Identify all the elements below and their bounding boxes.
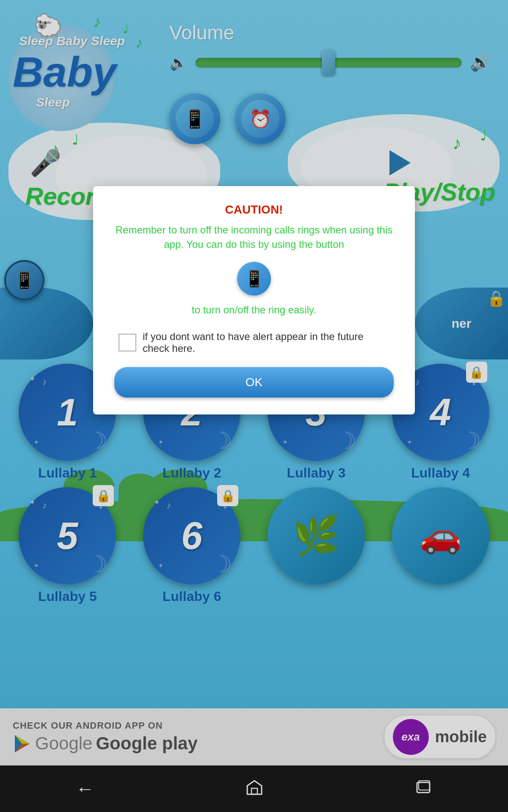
caution-modal: CAUTION! Remember to turn off the incomi… — [93, 186, 415, 414]
modal-phone-icon-btn: 📱 — [237, 262, 271, 296]
modal-caution-title: CAUTION! — [114, 203, 394, 217]
modal-checkbox[interactable] — [119, 334, 136, 351]
modal-overlay: CAUTION! Remember to turn off the incomi… — [0, 0, 508, 812]
modal-phone-area: 📱 — [114, 262, 394, 296]
modal-ring-text: to turn on/off the ring easily. — [114, 304, 394, 316]
modal-checkbox-label: if you dont want to have alert appear in… — [143, 331, 389, 354]
modal-message: Remember to turn off the incoming calls … — [114, 223, 394, 251]
modal-ok-button[interactable]: OK — [114, 367, 394, 398]
modal-checkbox-row: if you dont want to have alert appear in… — [114, 331, 394, 354]
modal-phone-icon: 📱 — [244, 269, 264, 288]
